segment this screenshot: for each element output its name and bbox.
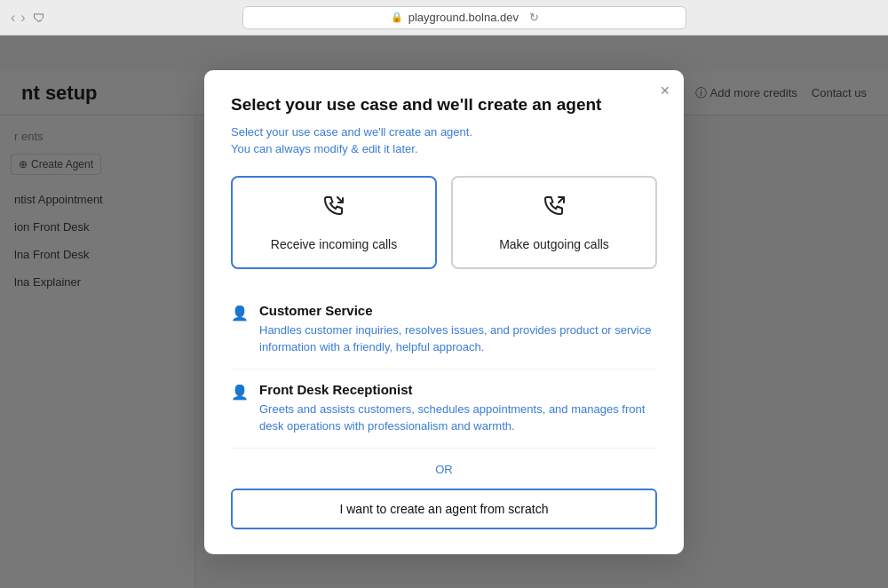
reload-icon[interactable]: ↻ xyxy=(529,11,539,24)
use-case-front-desk[interactable]: 👤 Front Desk Receptionist Greets and ass… xyxy=(231,369,657,449)
shield-icon: 🛡 xyxy=(33,11,45,25)
modal-title: Select your use case and we'll create an… xyxy=(231,95,657,115)
customer-service-desc: Handles customer inquiries, resolves iss… xyxy=(259,322,657,356)
url-text: playground.bolna.dev xyxy=(408,11,519,24)
incoming-call-icon xyxy=(320,194,348,228)
forward-button[interactable]: › xyxy=(20,10,25,26)
scratch-button[interactable]: I want to create an agent from scratch xyxy=(231,489,657,529)
customer-service-icon: 👤 xyxy=(231,305,249,356)
customer-service-title: Customer Service xyxy=(259,303,657,318)
incoming-calls-label: Receive incoming calls xyxy=(271,237,397,251)
modal-close-button[interactable]: × xyxy=(660,83,670,99)
or-divider: OR xyxy=(231,463,657,476)
incoming-calls-card[interactable]: Receive incoming calls xyxy=(231,176,437,269)
outgoing-call-icon xyxy=(540,194,568,228)
front-desk-icon: 👤 xyxy=(231,384,249,435)
front-desk-title: Front Desk Receptionist xyxy=(259,382,657,397)
lock-icon: 🔒 xyxy=(391,12,403,23)
modal-subtitle: Select your use case and we'll create an… xyxy=(231,123,657,158)
back-button[interactable]: ‹ xyxy=(11,10,15,26)
call-type-row: Receive incoming calls Make outgoing cal… xyxy=(231,176,657,269)
use-case-customer-service[interactable]: 👤 Customer Service Handles customer inqu… xyxy=(231,290,657,369)
front-desk-desc: Greets and assists customers, schedules … xyxy=(259,401,657,435)
browser-nav: ‹ › xyxy=(11,10,26,26)
outgoing-calls-card[interactable]: Make outgoing calls xyxy=(451,176,657,269)
modal-dialog: × Select your use case and we'll create … xyxy=(204,70,684,554)
outgoing-calls-label: Make outgoing calls xyxy=(499,237,609,251)
url-bar[interactable]: 🔒 playground.bolna.dev ↻ xyxy=(242,6,686,29)
browser-chrome: ‹ › 🛡 🔒 playground.bolna.dev ↻ xyxy=(0,0,888,36)
modal-overlay[interactable]: × Select your use case and we'll create … xyxy=(0,36,888,588)
